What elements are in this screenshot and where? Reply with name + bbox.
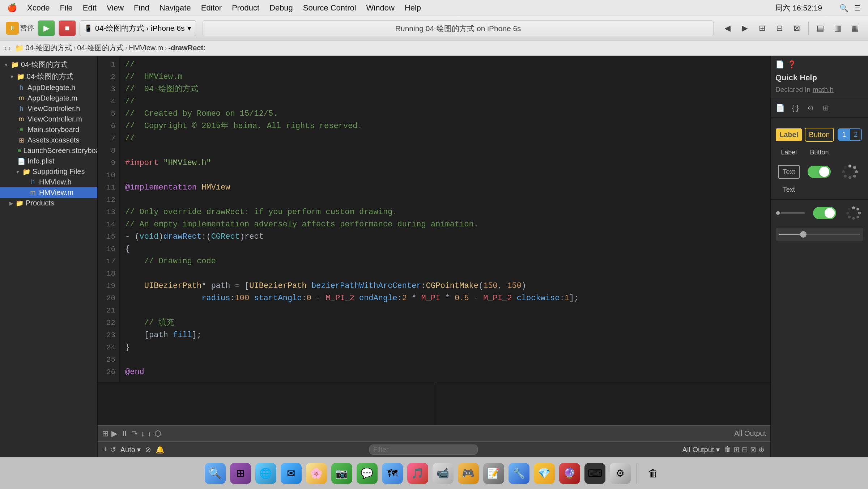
sidebar-item-appdelegate-m[interactable]: m AppDelegate.m: [0, 93, 97, 103]
sidebar-item-supporting-files[interactable]: ▼ 📁 Supporting Files: [0, 166, 97, 177]
editor-version-button[interactable]: ⊠: [790, 22, 804, 35]
sidebar-item-assets[interactable]: ⊞ Assets.xcassets: [0, 135, 97, 145]
dock-launchpad[interactable]: ⊞: [230, 463, 251, 484]
pause-debug-icon[interactable]: ⏸: [120, 429, 128, 438]
sidebar-item-main-storyboard[interactable]: ≡ Main.storyboard: [0, 124, 97, 135]
code-content[interactable]: // // HMView.m // 04-绘图的方式 // // Created…: [119, 56, 770, 382]
step-over-icon[interactable]: ↷: [131, 429, 138, 438]
sidebar-item-hmview-m[interactable]: m HMView.m: [0, 187, 97, 198]
editor-type-icon[interactable]: ⊞: [102, 429, 109, 438]
obj-lib-icon-4[interactable]: ⊞: [819, 101, 832, 114]
dock-term[interactable]: ⌨: [584, 463, 605, 484]
dock-messages[interactable]: 💬: [357, 463, 378, 484]
obj-item-activity[interactable]: [836, 159, 864, 194]
sidebar-item-products[interactable]: ▶ 📁 Products: [0, 198, 97, 208]
dock-mail[interactable]: ✉: [281, 463, 302, 484]
obj-lib-icon-2[interactable]: { }: [789, 101, 802, 114]
dock-facetime[interactable]: 📷: [331, 463, 352, 484]
obj-item-segment[interactable]: 1 2: [836, 122, 864, 156]
refresh-icon[interactable]: ↺: [110, 445, 116, 454]
add-icon[interactable]: +: [103, 445, 108, 454]
menu-debug[interactable]: Debug: [269, 3, 293, 13]
sidebar-item-root[interactable]: ▼ 📁 04-绘图的方式: [0, 59, 97, 71]
filter-input[interactable]: [369, 445, 478, 455]
sidebar-item-hmview-h[interactable]: h HMView.h: [0, 177, 97, 187]
scheme-selector[interactable]: 📱 04-绘图的方式 › iPhone 6s ▾: [80, 20, 196, 36]
qh-declared-file[interactable]: math.h: [813, 86, 834, 93]
filter-icon[interactable]: ⊘: [145, 445, 151, 454]
expand-icon[interactable]: ⊕: [758, 445, 765, 454]
obj-item-switch[interactable]: [805, 159, 833, 194]
sidebar-item-launchscreen[interactable]: ≡ LaunchScreen.storyboard: [0, 145, 97, 156]
dock-app1[interactable]: 📹: [433, 463, 454, 484]
menu-list-icon[interactable]: ☰: [854, 4, 861, 12]
breadcrumb-back-button[interactable]: ‹: [4, 44, 7, 52]
dock-app2[interactable]: 🎮: [458, 463, 479, 484]
breakpoint-icon[interactable]: ⬡: [154, 429, 161, 438]
navigator-toggle-button[interactable]: ▤: [813, 22, 827, 35]
dock-photos[interactable]: 🌸: [306, 463, 327, 484]
dock-phaser[interactable]: 🔮: [559, 463, 580, 484]
menu-xcode[interactable]: Xcode: [27, 3, 50, 13]
menu-edit[interactable]: Edit: [83, 3, 97, 13]
play-debug-icon[interactable]: ▶: [111, 429, 118, 438]
svg-point-8: [852, 207, 855, 209]
filter-icon-2[interactable]: 🔔: [156, 445, 165, 454]
dock-sketch[interactable]: 💎: [534, 463, 555, 484]
sidebar-item-subgroup[interactable]: ▼ 📁 04-绘图的方式: [0, 71, 97, 82]
editor-standard-button[interactable]: ⊞: [755, 22, 769, 35]
breadcrumb-folder[interactable]: 04-绘图的方式: [77, 43, 124, 53]
menu-navigate[interactable]: Navigate: [159, 3, 191, 13]
obj-item-text[interactable]: Text Text: [775, 159, 803, 194]
utility-toggle-button[interactable]: ▦: [848, 22, 862, 35]
sidebar-item-viewcontroller-m[interactable]: m ViewController.m: [0, 114, 97, 124]
pause-button[interactable]: ⏸: [6, 22, 19, 35]
menu-find[interactable]: Find: [134, 3, 149, 13]
dock-maps[interactable]: 🗺: [382, 463, 403, 484]
quick-help-icon[interactable]: ❓: [787, 60, 796, 69]
breadcrumb-forward-button[interactable]: ›: [8, 44, 11, 52]
obj-item-button[interactable]: Button Button: [805, 122, 833, 156]
sidebar-item-infoplist[interactable]: 📄 Info.plist: [0, 156, 97, 166]
obj-item-label[interactable]: Label Label: [775, 122, 803, 156]
breadcrumb-file[interactable]: HMView.m: [129, 44, 163, 52]
code-editor: 12345 678910 1112131415 1617181920 21222…: [98, 56, 770, 457]
nav-left-button[interactable]: ◀: [720, 22, 735, 35]
dock-safari[interactable]: 🌐: [255, 463, 276, 484]
sidebar-item-viewcontroller-h[interactable]: h ViewController.h: [0, 103, 97, 114]
step-in-icon[interactable]: ↓: [141, 429, 145, 438]
obj-lib-icon-3[interactable]: ⊙: [804, 101, 817, 114]
stop-button[interactable]: ■: [59, 20, 76, 36]
sidebar-item-appdelegate-h[interactable]: h AppDelegate.h: [0, 82, 97, 93]
sidebar-supporting-files-label: Supporting Files: [33, 167, 85, 176]
dock-itunes[interactable]: 🎵: [407, 463, 428, 484]
layout-2-icon[interactable]: ⊟: [742, 445, 748, 454]
editor-assistant-button[interactable]: ⊟: [772, 22, 787, 35]
breadcrumb-root[interactable]: 04-绘图的方式: [25, 43, 72, 53]
debug-toggle-button[interactable]: ▥: [830, 22, 845, 35]
nav-right-button[interactable]: ▶: [737, 22, 752, 35]
menu-product[interactable]: Product: [232, 3, 259, 13]
obj-lib-icon-1[interactable]: 📄: [774, 101, 787, 114]
trash-icon[interactable]: 🗑: [724, 445, 731, 454]
menu-help[interactable]: Help: [405, 3, 421, 13]
dock-trash[interactable]: 🗑: [643, 463, 664, 484]
layout-1-icon[interactable]: ⊞: [733, 445, 740, 454]
dock-xcode[interactable]: 🔧: [509, 463, 529, 484]
breadcrumb-method[interactable]: -drawRect:: [168, 44, 205, 52]
dock-app3[interactable]: 📝: [483, 463, 504, 484]
dock-sys[interactable]: ⚙: [610, 463, 631, 484]
menu-editor[interactable]: Editor: [201, 3, 222, 13]
run-button[interactable]: ▶: [38, 20, 55, 36]
menu-window[interactable]: Window: [366, 3, 395, 13]
code-area[interactable]: 12345 678910 1112131415 1617181920 21222…: [98, 56, 770, 382]
step-out-icon[interactable]: ↑: [148, 429, 152, 438]
menu-file[interactable]: File: [60, 3, 72, 13]
menu-view[interactable]: View: [107, 3, 124, 13]
menu-source-control[interactable]: Source Control: [303, 3, 356, 13]
search-icon[interactable]: 🔍: [839, 4, 848, 12]
file-inspector-icon[interactable]: 📄: [775, 60, 784, 69]
dock-finder[interactable]: 🔍: [205, 463, 226, 484]
layout-grid-icon[interactable]: ⊠: [750, 445, 756, 454]
apple-menu[interactable]: 🍎: [7, 3, 17, 13]
